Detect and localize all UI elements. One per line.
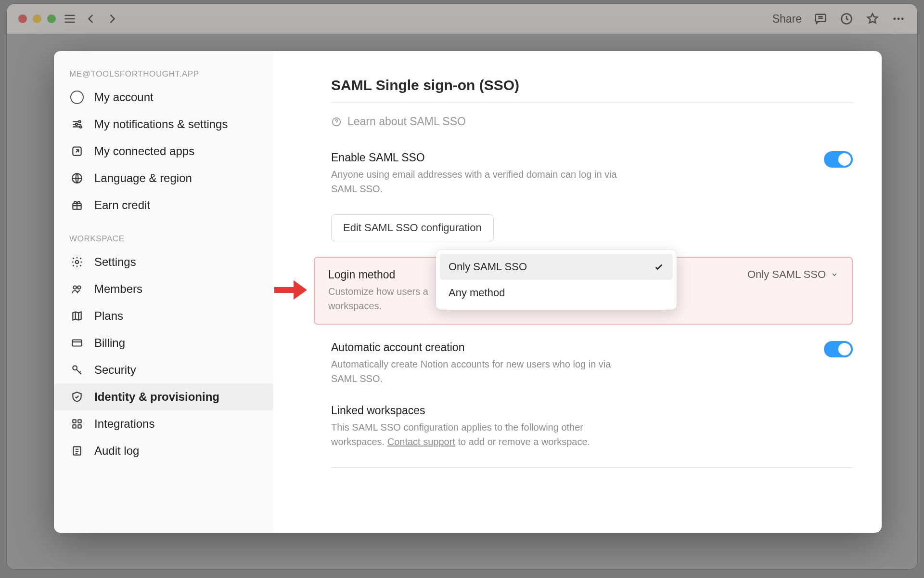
star-icon[interactable] [865,12,880,26]
login-method-highlight: Login method Customize how users a works… [314,257,853,325]
people-icon [69,281,85,297]
titlebar: Share [7,4,917,34]
sidebar-item-label: Members [94,282,142,296]
app-window: Share ME@TOOLSFORTHOUGHT.APP My account [7,4,917,569]
sidebar-item-earn-credit[interactable]: Earn credit [54,192,273,219]
sidebar-item-label: Integrations [94,417,154,431]
forward-icon[interactable] [105,12,119,26]
sidebar-item-settings[interactable]: Settings [54,249,273,276]
enable-saml-desc: Anyone using email addresses with a veri… [331,167,639,196]
option-label: Only SAML SSO [449,261,527,273]
sidebar-item-label: Plans [94,309,123,323]
gift-icon [69,197,85,213]
svg-point-2 [894,18,895,19]
divider [331,102,853,103]
window-controls[interactable] [18,14,56,23]
sidebar-item-label: Earn credit [94,198,150,212]
page-title: SAML Single sign-on (SSO) [331,77,853,93]
contact-support-link[interactable]: Contact support [387,436,455,447]
sidebar-item-members[interactable]: Members [54,276,273,302]
svg-point-13 [77,286,81,289]
sidebar-item-label: My account [94,91,154,104]
svg-point-11 [76,261,79,264]
chevron-down-icon [831,271,838,278]
workspace-section-label: WORKSPACE [54,229,273,249]
sliders-icon [69,117,85,132]
shield-check-icon [69,389,85,405]
maximize-window-icon[interactable] [47,14,56,23]
auto-account-label: Automatic account creation [331,341,805,354]
avatar-icon [69,90,85,105]
account-section-label: ME@TOOLSFORTHOUGHT.APP [54,65,273,84]
sidebar-item-label: My notifications & settings [94,118,228,131]
svg-rect-14 [72,340,82,346]
comments-icon[interactable] [813,12,828,26]
clock-icon[interactable] [839,12,854,26]
enable-saml-toggle[interactable] [824,151,853,168]
minimize-window-icon[interactable] [33,14,41,23]
check-icon [654,262,664,272]
sidebar-item-label: Settings [94,255,136,269]
help-circle-icon [331,117,342,127]
linked-workspaces-desc: This SAML SSO configuration applies to t… [331,420,639,449]
option-label: Any method [449,287,505,299]
sidebar-item-audit-log[interactable]: Audit log [54,437,273,464]
svg-point-5 [78,120,80,122]
linked-workspaces-label: Linked workspaces [331,404,853,417]
learn-link-text: Learn about SAML SSO [347,115,466,128]
sidebar-item-identity[interactable]: Identity & provisioning [54,383,273,410]
sidebar-item-security[interactable]: Security [54,356,273,383]
external-link-icon [69,144,85,159]
linked-workspaces-row: Linked workspaces This SAML SSO configur… [331,399,853,462]
more-icon[interactable] [891,12,906,26]
sidebar-item-label: Security [94,363,136,377]
close-window-icon[interactable] [18,14,27,23]
sidebar-item-label: Identity & provisioning [94,390,219,404]
svg-rect-18 [73,425,76,428]
sidebar-item-label: Billing [94,336,125,350]
sidebar-item-integrations[interactable]: Integrations [54,410,273,437]
settings-sidebar: ME@TOOLSFORTHOUGHT.APP My account My not… [54,51,273,533]
option-any-method[interactable]: Any method [440,280,673,306]
divider [331,467,853,468]
login-method-dropdown[interactable]: Only SAML SSO Any method [436,250,677,310]
sidebar-item-my-account[interactable]: My account [54,84,273,111]
annotation-arrow-icon [273,278,308,303]
option-only-saml[interactable]: Only SAML SSO [440,254,673,280]
svg-rect-17 [78,420,81,423]
svg-rect-16 [73,420,76,423]
scroll-icon [69,443,85,459]
sidebar-item-plans[interactable]: Plans [54,302,273,329]
sidebar-item-notifications[interactable]: My notifications & settings [54,111,273,138]
login-method-select[interactable]: Only SAML SSO [747,268,838,281]
main-panel: SAML Single sign-on (SSO) Learn about SA… [273,51,882,533]
key-icon [69,362,85,378]
svg-point-3 [898,18,899,19]
svg-rect-19 [78,425,81,428]
enable-saml-row: Enable SAML SSO Anyone using email addre… [331,146,853,210]
map-icon [69,308,85,324]
sidebar-item-connected-apps[interactable]: My connected apps [54,138,273,165]
globe-icon [69,171,85,186]
grid-icon [69,416,85,432]
sidebar-item-billing[interactable]: Billing [54,329,273,356]
back-icon[interactable] [84,12,98,26]
svg-point-12 [73,286,77,289]
enable-saml-label: Enable SAML SSO [331,151,805,164]
sidebar-item-label: Audit log [94,444,139,458]
credit-card-icon [69,335,85,351]
svg-point-6 [76,123,77,125]
settings-modal: ME@TOOLSFORTHOUGHT.APP My account My not… [54,51,882,533]
sidebar-item-language[interactable]: Language & region [54,165,273,192]
gear-icon [69,254,85,270]
learn-link[interactable]: Learn about SAML SSO [331,115,853,128]
auto-account-toggle[interactable] [824,341,853,357]
sidebar-item-label: Language & region [94,171,192,185]
edit-config-button[interactable]: Edit SAML SSO configuration [331,214,494,241]
menu-icon[interactable] [63,12,77,26]
auto-account-row: Automatic account creation Automatically… [331,336,853,399]
auto-account-desc: Automatically create Notion accounts for… [331,357,639,386]
svg-point-4 [902,18,903,19]
share-label[interactable]: Share [772,13,802,26]
sidebar-item-label: My connected apps [94,144,194,158]
